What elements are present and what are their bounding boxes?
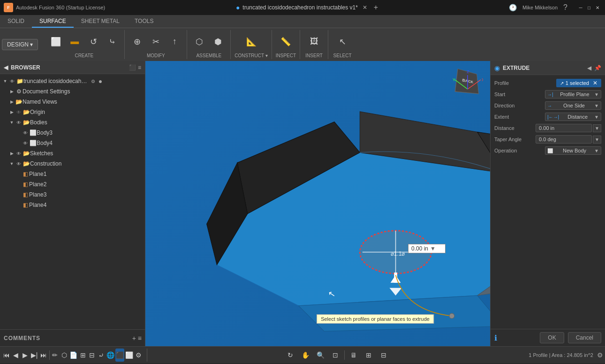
root-settings-icon[interactable]: ⚙ bbox=[89, 78, 97, 84]
sweep-icon[interactable]: ⤷ bbox=[104, 33, 121, 50]
doc-settings-arrow[interactable] bbox=[8, 88, 15, 95]
taper-input[interactable] bbox=[536, 135, 592, 144]
tree-item-bodies[interactable]: 👁 📂 Bodies bbox=[0, 117, 145, 128]
input-dropdown[interactable]: ▼ bbox=[430, 245, 436, 252]
direction-select[interactable]: → One Side ▼ bbox=[545, 101, 601, 110]
modify-icon3[interactable]: ↑ bbox=[166, 33, 183, 50]
tab-solid[interactable]: SOLID bbox=[0, 15, 32, 28]
profile-clear-icon[interactable]: ✕ bbox=[593, 80, 597, 86]
tree-item-plane3[interactable]: ◧ Plane3 bbox=[0, 190, 145, 200]
body3-eye[interactable]: 👁 bbox=[22, 129, 29, 136]
minimize-btn[interactable]: ─ bbox=[577, 4, 584, 11]
extrude-cancel-button[interactable]: Cancel bbox=[568, 332, 601, 343]
root-dot[interactable]: ● bbox=[97, 78, 104, 84]
extrude-ok-button[interactable]: OK bbox=[540, 332, 564, 343]
extrude-panel-pin[interactable]: 📌 bbox=[594, 65, 601, 71]
view-cube[interactable]: BACK X Y Z bbox=[453, 66, 483, 96]
distance-dropdown-arrow[interactable]: ▼ bbox=[593, 124, 601, 132]
create-new-icon[interactable]: ⬜ bbox=[47, 33, 64, 50]
sketches-arrow[interactable] bbox=[8, 150, 15, 157]
construction-eye[interactable]: 👁 bbox=[15, 160, 23, 167]
distance-input-overlay[interactable]: 0.00 in ▼ bbox=[408, 244, 446, 253]
measure-icon[interactable]: 📏 bbox=[277, 33, 294, 50]
tree-item-sketches[interactable]: 👁 📂 Sketches bbox=[0, 148, 145, 159]
model-icon[interactable]: ⬡ bbox=[60, 349, 69, 362]
tree-item-plane1[interactable]: ◧ Plane1 bbox=[0, 169, 145, 179]
file-tab[interactable]: ● truncated icosidodecahedron instructab… bbox=[236, 3, 378, 12]
tab-sheet-metal[interactable]: SHEET METAL bbox=[74, 15, 127, 28]
tab-surface[interactable]: SURFACE bbox=[32, 15, 74, 28]
extrude-icon[interactable]: ▬ bbox=[66, 33, 83, 50]
distance-input[interactable] bbox=[536, 124, 592, 132]
browser-expand-icon[interactable]: ⬛ bbox=[129, 64, 136, 71]
orbit-icon[interactable]: ⤾ bbox=[97, 349, 106, 362]
operation-select[interactable]: ⬜ New Body ▼ bbox=[545, 146, 601, 155]
settings-icon[interactable]: ⚙ bbox=[597, 351, 603, 359]
tree-item-doc-settings[interactable]: ⚙ Document Settings bbox=[0, 86, 145, 97]
nav-play-btn[interactable]: ▶ bbox=[21, 349, 30, 362]
browser-more-icon[interactable]: ≡ bbox=[138, 64, 141, 71]
zoom-fit-btn[interactable]: ⊡ bbox=[328, 349, 342, 362]
named-views-arrow[interactable] bbox=[8, 99, 15, 105]
root-arrow[interactable] bbox=[2, 78, 8, 84]
nav-last-btn[interactable]: ⏭ bbox=[39, 349, 48, 362]
revolve-icon[interactable]: ↺ bbox=[85, 33, 102, 50]
assemble-icon2[interactable]: ⬢ bbox=[210, 33, 227, 50]
extent-select[interactable]: |←→| Distance ▼ bbox=[545, 113, 601, 121]
origin-eye[interactable]: 👁 bbox=[15, 109, 23, 115]
nav-next-btn[interactable]: ▶| bbox=[30, 349, 39, 362]
active-icon[interactable]: ⬛ bbox=[115, 349, 125, 362]
file-tab-close[interactable]: ✕ bbox=[363, 4, 367, 11]
nav-first-btn[interactable]: ⏮ bbox=[2, 349, 11, 362]
modify-icon2[interactable]: ✂ bbox=[147, 33, 164, 50]
extrude-panel-expand[interactable]: ◀ bbox=[587, 65, 591, 71]
tree-item-construction[interactable]: 👁 📂 Construction bbox=[0, 159, 145, 169]
tree-item-named-views[interactable]: 📂 Named Views bbox=[0, 97, 145, 107]
origin-arrow[interactable] bbox=[8, 109, 15, 115]
tree-item-origin[interactable]: 👁 📂 Origin bbox=[0, 107, 145, 117]
axis-icon[interactable]: ⊟ bbox=[87, 349, 97, 362]
bodies-eye[interactable]: 👁 bbox=[15, 119, 23, 126]
sketch-icon[interactable]: ✏ bbox=[50, 349, 60, 362]
sketches-eye[interactable]: 👁 bbox=[15, 150, 23, 157]
body4-eye[interactable]: 👁 bbox=[22, 140, 29, 146]
assemble-icon1[interactable]: ⬡ bbox=[191, 33, 208, 50]
zoom-btn[interactable]: 🔍 bbox=[313, 349, 327, 362]
design-button[interactable]: DESIGN ▾ bbox=[2, 39, 38, 50]
env-icon[interactable]: 🌐 bbox=[106, 349, 115, 362]
tree-item-plane4[interactable]: ◧ Plane4 bbox=[0, 200, 145, 210]
profile-selected-badge[interactable]: ↗ 1 selected ✕ bbox=[556, 79, 601, 87]
comments-expand[interactable]: + bbox=[132, 334, 136, 342]
bodies-arrow[interactable] bbox=[8, 119, 15, 126]
maximize-btn[interactable]: □ bbox=[585, 4, 593, 11]
browser-collapse-icon[interactable]: ◀ bbox=[4, 64, 8, 71]
profile-value[interactable]: ↗ 1 selected ✕ bbox=[556, 79, 601, 87]
tree-item-plane2[interactable]: ◧ Plane2 bbox=[0, 179, 145, 190]
root-eye[interactable]: 👁 bbox=[8, 78, 16, 84]
comments-panel[interactable]: COMMENTS + ≡ bbox=[0, 329, 145, 346]
grid-mode-btn[interactable]: ⊞ bbox=[362, 349, 376, 362]
taper-dropdown-arrow[interactable]: ▼ bbox=[593, 136, 601, 144]
pan-btn[interactable]: ✋ bbox=[298, 349, 312, 362]
display-mode-btn[interactable]: 🖥 bbox=[347, 349, 361, 362]
construction-arrow[interactable] bbox=[8, 160, 15, 167]
grid-icon[interactable]: ⊞ bbox=[78, 349, 88, 362]
start-select[interactable]: →| Profile Plane ▼ bbox=[545, 90, 601, 99]
insert-icon1[interactable]: 🖼 bbox=[306, 33, 323, 50]
tree-root-item[interactable]: 👁 📁 truncated icosidodecahedro... ⚙ ● bbox=[0, 76, 145, 86]
nav-prev-btn[interactable]: ◀ bbox=[11, 349, 21, 362]
snap-btn[interactable]: ⊟ bbox=[377, 349, 391, 362]
orbit-mode-btn[interactable]: ↻ bbox=[283, 349, 297, 362]
tab-tools[interactable]: TOOLS bbox=[127, 15, 161, 28]
viewport[interactable]: ⌀1.1⌀ 0.00 in ▼ ↖ Select sketch profiles… bbox=[145, 61, 605, 346]
tree-item-body3[interactable]: 👁 ⬜ Body3 bbox=[0, 128, 145, 138]
user-name[interactable]: Mike Mikkelson bbox=[522, 5, 558, 10]
settings2-icon[interactable]: ⚙ bbox=[134, 349, 143, 362]
render-icon[interactable]: ⬜ bbox=[124, 349, 134, 362]
tree-item-body4[interactable]: 👁 ⬜ Body4 bbox=[0, 138, 145, 148]
help-icon[interactable]: ? bbox=[563, 3, 567, 12]
construct-icon1[interactable]: 📐 bbox=[243, 33, 260, 50]
new-tab-btn[interactable]: + bbox=[374, 3, 378, 12]
select-icon1[interactable]: ↖ bbox=[334, 33, 351, 50]
close-btn[interactable]: ✕ bbox=[594, 4, 601, 11]
